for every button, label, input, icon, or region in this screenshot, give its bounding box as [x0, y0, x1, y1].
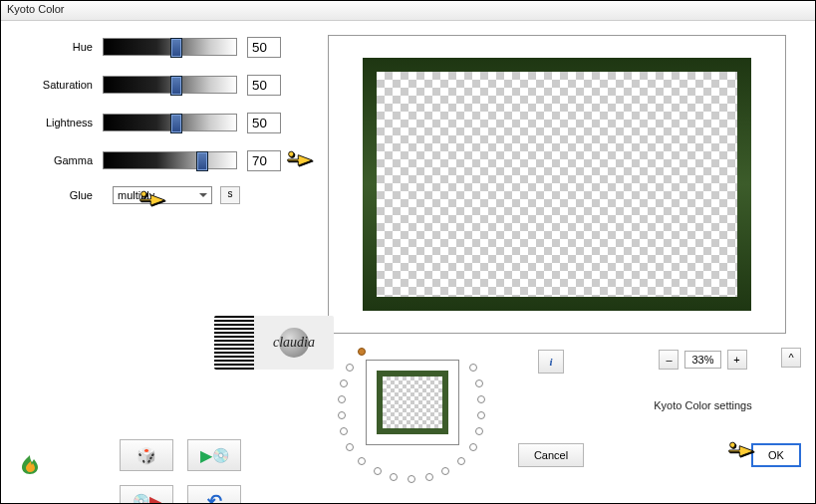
main-content: Hue Saturation Lightness Gamma: [1, 21, 815, 499]
ok-button[interactable]: OK: [751, 443, 801, 467]
caret-up-icon: ^: [788, 352, 793, 364]
lower-controls: i Cancel – 33% + ^ Kyoto Color settings …: [328, 346, 801, 485]
preset-dot[interactable]: [408, 475, 415, 483]
disc-icon: 💿: [133, 493, 149, 504]
hue-label: Hue: [15, 41, 103, 53]
zoom-in-button[interactable]: +: [727, 350, 747, 370]
preset-dot[interactable]: [340, 379, 348, 387]
info-icon: i: [549, 356, 552, 368]
preset-dot[interactable]: [469, 443, 477, 451]
controls-panel: Hue Saturation Lightness Gamma: [15, 35, 314, 485]
undo-icon: ↶: [207, 490, 222, 504]
hue-value[interactable]: [247, 37, 281, 58]
lightness-label: Lightness: [15, 117, 103, 128]
saturation-label: Saturation: [15, 79, 103, 91]
randomize-button[interactable]: 🎲: [120, 439, 173, 471]
preset-thumbnail: [366, 360, 459, 445]
dice-icon: 🎲: [136, 446, 156, 465]
gamma-slider[interactable]: [103, 151, 237, 169]
preset-dot[interactable]: [338, 411, 346, 419]
preset-dot[interactable]: [441, 467, 449, 475]
minus-icon: –: [666, 354, 672, 366]
action-buttons: 🎲 ▶ 💿 💿 ▶ ↶ ❐ ◯: [120, 439, 241, 504]
signature-graphic: claudia: [214, 316, 334, 370]
disc-icon: 💿: [212, 447, 229, 463]
preview-checker: [377, 72, 737, 297]
svg-point-2: [730, 442, 735, 447]
zoom-value[interactable]: 33%: [684, 351, 720, 369]
lightness-value[interactable]: [247, 113, 281, 133]
mid-column: i Cancel: [511, 346, 591, 485]
gamma-label: Gamma: [15, 154, 103, 166]
hue-slider[interactable]: [103, 38, 237, 56]
right-column: – 33% + ^ Kyoto Color settings OK: [605, 346, 801, 485]
swap-button[interactable]: s: [220, 186, 240, 204]
play-icon: ▶: [149, 492, 161, 505]
load-play-button[interactable]: 💿 ▶: [120, 485, 173, 504]
preset-dot[interactable]: [358, 348, 366, 356]
signature-text: claudia: [273, 335, 315, 351]
glue-label: Glue: [15, 189, 103, 201]
play-save-button[interactable]: ▶ 💿: [187, 439, 241, 471]
preset-dot[interactable]: [477, 411, 485, 419]
preset-dot[interactable]: [338, 395, 346, 403]
undo-button[interactable]: ↶: [187, 485, 241, 504]
pointer-hand-icon: [286, 148, 314, 176]
hue-row: Hue: [15, 35, 314, 59]
lightness-slider[interactable]: [103, 114, 237, 131]
gamma-value[interactable]: [247, 150, 281, 171]
glue-select[interactable]: multiply: [113, 186, 212, 204]
preview-panel: i Cancel – 33% + ^ Kyoto Color settings …: [328, 35, 801, 485]
glue-row: Glue multiply s: [15, 186, 314, 204]
preset-dot[interactable]: [390, 473, 398, 481]
preview-area: [328, 35, 786, 334]
preset-dot[interactable]: [340, 427, 348, 435]
collapse-button[interactable]: ^: [781, 348, 801, 368]
app-icon: [18, 452, 42, 482]
saturation-slider[interactable]: [103, 76, 237, 94]
preview-frame: [363, 58, 751, 311]
preset-dot[interactable]: [374, 467, 382, 475]
preset-dot[interactable]: [425, 473, 433, 481]
preset-dot[interactable]: [358, 457, 366, 465]
saturation-value[interactable]: [247, 75, 281, 96]
plus-icon: +: [733, 354, 739, 366]
svg-point-0: [289, 151, 294, 156]
glue-selected: multiply: [118, 189, 154, 201]
preset-dot[interactable]: [475, 379, 483, 387]
saturation-row: Saturation: [15, 73, 314, 97]
info-button[interactable]: i: [538, 350, 564, 374]
zoom-controls: – 33% +: [659, 350, 746, 370]
play-icon: ▶: [200, 446, 212, 465]
zoom-out-button[interactable]: –: [659, 350, 679, 370]
cancel-button[interactable]: Cancel: [518, 443, 584, 467]
lightness-row: Lightness: [15, 111, 314, 134]
titlebar: Kyoto Color: [1, 1, 815, 21]
preset-dot[interactable]: [469, 364, 477, 372]
settings-label: Kyoto Color settings: [654, 399, 751, 411]
preset-ring[interactable]: [328, 346, 497, 485]
preset-dot[interactable]: [346, 443, 354, 451]
preset-dot[interactable]: [346, 364, 354, 372]
preset-dot[interactable]: [475, 427, 483, 435]
preset-dot[interactable]: [457, 457, 465, 465]
preset-dot[interactable]: [477, 395, 485, 403]
window-title: Kyoto Color: [7, 3, 64, 15]
gamma-row: Gamma: [15, 148, 314, 172]
